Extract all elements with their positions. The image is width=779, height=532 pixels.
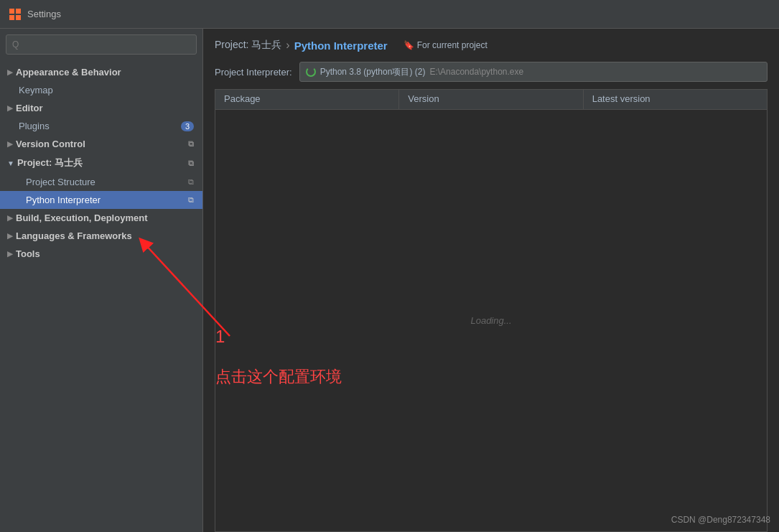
interpreter-path: E:\Anaconda\python.exe [429,67,523,77]
sidebar-item-project-structure[interactable]: Project Structure ⧉ [0,173,202,191]
svg-rect-0 [9,9,14,14]
interpreter-name: Python 3.8 (python项目) (2) [320,66,426,78]
expand-arrow-icon: ▶ [7,140,13,148]
bookmark-icon: 🔖 [404,40,414,50]
copy-icon: ⧉ [188,139,194,149]
expand-arrow-icon: ▼ [7,159,14,167]
sidebar-item-label: Keymap [19,85,194,95]
sidebar-item-build-execution[interactable]: ▶ Build, Execution, Deployment [0,209,202,227]
sidebar-item-keymap[interactable]: Keymap [0,81,202,99]
sidebar-item-label: Build, Execution, Deployment [16,213,194,223]
breadcrumb-current: Python Interpreter [294,39,388,52]
column-version: Version [399,90,583,109]
sidebar-item-label: Editor [16,103,194,113]
loading-text: Loading... [470,315,511,326]
interpreter-selector[interactable]: Python 3.8 (python项目) (2) E:\Anaconda\py… [299,62,768,82]
breadcrumb-project: Project: 马士兵 [215,39,281,52]
sidebar-item-editor[interactable]: ▶ Editor [0,99,202,117]
sidebar-items: ▶ Appearance & Behavior Keymap ▶ Editor … [0,60,202,532]
column-package: Package [215,90,399,109]
search-box[interactable] [6,34,197,55]
sidebar-item-label: Project Structure [26,177,185,187]
breadcrumb: Project: 马士兵 › Python Interpreter 🔖 For … [203,29,779,57]
sidebar-item-label: Plugins [19,121,181,131]
spinner-icon [306,67,316,77]
sidebar-item-label: Appearance & Behavior [16,67,194,78]
sidebar-item-label: Python Interpreter [26,195,185,205]
package-table: Package Version Latest version Loading..… [215,89,768,532]
window-title: Settings [27,9,61,19]
breadcrumb-separator: › [286,39,289,52]
app-icon [9,8,22,21]
sidebar-item-python-interpreter[interactable]: Python Interpreter ⧉ [0,191,202,209]
sidebar-item-tools[interactable]: ▶ Tools [0,245,202,263]
main-layout: ▶ Appearance & Behavior Keymap ▶ Editor … [0,29,779,532]
interpreter-label: Project Interpreter: [215,67,292,78]
expand-arrow-icon: ▶ [7,250,13,258]
for-project-label: For current project [417,40,488,50]
plugins-badge: 3 [181,121,194,131]
table-header: Package Version Latest version [215,90,767,110]
expand-arrow-icon: ▶ [7,68,13,76]
sidebar-item-version-control[interactable]: ▶ Version Control ⧉ [0,135,202,153]
copy-icon: ⧉ [188,159,194,168]
table-body: Loading... [215,110,767,531]
title-bar: Settings [0,0,779,29]
sidebar-item-label: Tools [16,248,194,259]
expand-arrow-icon: ▶ [7,232,13,240]
search-input[interactable] [12,39,190,50]
copy-icon: ⧉ [188,195,194,205]
content-area: Project: 马士兵 › Python Interpreter 🔖 For … [203,29,779,532]
svg-rect-1 [16,9,21,14]
svg-rect-2 [9,15,14,20]
svg-rect-3 [16,15,21,20]
column-latest-version: Latest version [584,90,767,109]
sidebar-item-label: Version Control [16,139,185,149]
sidebar-item-project[interactable]: ▼ Project: 马士兵 ⧉ [0,153,202,173]
for-current-project-button[interactable]: 🔖 For current project [404,40,488,50]
sidebar-item-label: Project: 马士兵 [17,157,185,169]
sidebar: ▶ Appearance & Behavior Keymap ▶ Editor … [0,29,203,532]
interpreter-row: Project Interpreter: Python 3.8 (python项… [203,57,779,89]
expand-arrow-icon: ▶ [7,104,13,112]
sidebar-item-languages[interactable]: ▶ Languages & Frameworks [0,227,202,245]
sidebar-item-appearance[interactable]: ▶ Appearance & Behavior [0,63,202,81]
sidebar-item-label: Languages & Frameworks [16,230,194,241]
sidebar-item-plugins[interactable]: Plugins 3 [0,117,202,135]
copy-icon: ⧉ [188,177,194,187]
expand-arrow-icon: ▶ [7,214,13,222]
